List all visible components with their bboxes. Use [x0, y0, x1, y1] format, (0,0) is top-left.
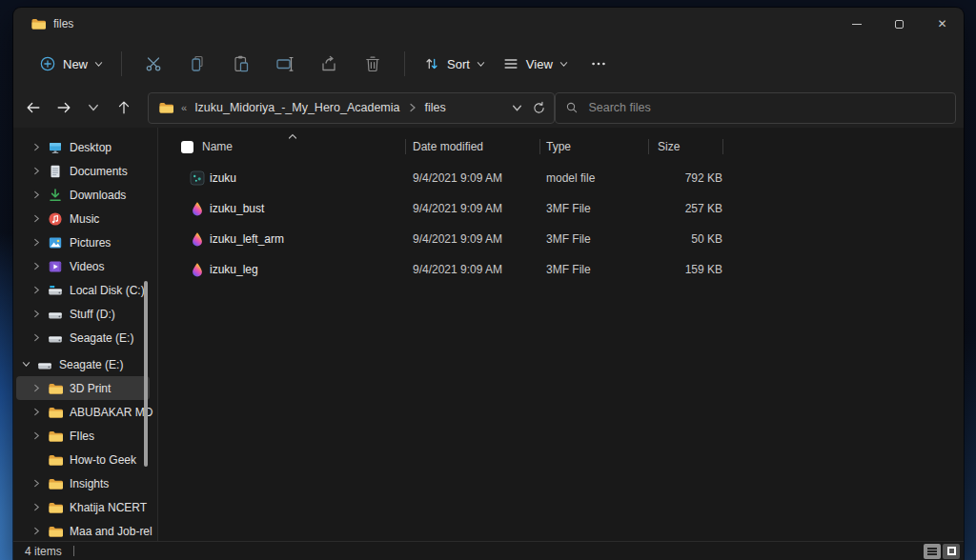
sidebar-item-label: Insights — [70, 477, 109, 490]
chevron-right-icon[interactable] — [32, 503, 41, 511]
sidebar-item-downloads[interactable]: Downloads — [16, 183, 150, 207]
file-row-izuku[interactable]: izuku 9/4/2021 9:09 AM model file 792 KB — [158, 163, 964, 193]
column-header-type[interactable]: Type — [546, 133, 571, 160]
search-input[interactable] — [588, 101, 946, 114]
music-icon — [48, 211, 63, 227]
sidebar-item-documents[interactable]: Documents — [16, 159, 150, 183]
3mf-file-icon — [190, 201, 205, 216]
address-bar[interactable]: « Izuku_Midoriya_-_My_Hero_Academia file… — [148, 92, 555, 124]
file-date-modified: 9/4/2021 9:09 AM — [413, 254, 502, 285]
column-divider[interactable] — [405, 139, 406, 154]
view-list-icon — [502, 55, 519, 72]
rename-button[interactable] — [263, 47, 307, 81]
sidebar-item-abubakar-md[interactable]: ABUBAKAR MD — [16, 400, 150, 424]
folder-icon — [48, 452, 63, 468]
breadcrumb-segment-current[interactable]: files — [423, 99, 448, 116]
folder-icon — [30, 16, 46, 31]
large-icons-view-button[interactable] — [943, 544, 960, 559]
sidebar-item-seagate-e[interactable]: Seagate (E:) — [16, 326, 150, 350]
paste-button[interactable] — [219, 47, 263, 81]
status-bar: 4 items — [13, 541, 964, 560]
breadcrumb-segment-parent[interactable]: Izuku_Midoriya_-_My_Hero_Academia — [193, 99, 401, 116]
chevron-right-icon[interactable] — [32, 262, 41, 270]
sidebar-scrollbar[interactable] — [144, 281, 148, 467]
chevron-right-icon[interactable] — [32, 333, 41, 342]
chevron-right-icon[interactable] — [32, 431, 41, 440]
rename-icon — [275, 54, 295, 73]
maximize-button[interactable] — [878, 8, 921, 40]
sidebar-item-files-folder[interactable]: FIles — [16, 424, 150, 448]
refresh-icon[interactable] — [532, 101, 546, 115]
sidebar-item-how-to-geek[interactable]: How-to Geek — [16, 448, 150, 471]
see-more-button[interactable] — [577, 47, 620, 81]
close-button[interactable]: ✕ — [921, 8, 964, 40]
cut-button[interactable] — [132, 47, 175, 81]
up-button[interactable] — [110, 93, 138, 122]
view-button[interactable]: View — [494, 47, 577, 81]
select-all-checkbox[interactable] — [181, 141, 193, 153]
column-header-name[interactable]: Name — [202, 133, 233, 160]
recent-locations-button[interactable] — [80, 93, 109, 122]
new-button[interactable]: New — [30, 47, 112, 81]
chevron-right-icon[interactable] — [32, 238, 41, 247]
search-box[interactable] — [555, 92, 956, 124]
items-count: 4 items — [25, 545, 62, 558]
sidebar-item-local-disk-c[interactable]: Local Disk (C:) — [16, 278, 150, 302]
sidebar-item-seagate-e-expanded[interactable]: Seagate (E:) — [16, 352, 150, 376]
minimize-button[interactable] — [835, 8, 878, 40]
file-row-izuku-left-arm[interactable]: izuku_left_arm 9/4/2021 9:09 AM 3MF File… — [158, 224, 964, 254]
arrow-up-icon — [115, 99, 132, 116]
sort-ascending-icon — [288, 133, 297, 140]
sidebar-item-videos[interactable]: Videos — [16, 254, 150, 278]
chevron-right-icon[interactable] — [32, 527, 41, 535]
chevron-right-icon[interactable] — [32, 384, 41, 392]
chevron-right-icon[interactable] — [32, 214, 41, 223]
chevron-right-icon[interactable] — [32, 286, 41, 294]
chevron-right-icon[interactable] — [32, 310, 41, 318]
file-list-pane: Name Date modified Type Size izuku 9/4/2… — [158, 128, 964, 541]
chevron-right-icon[interactable] — [32, 143, 41, 151]
sidebar-item-music[interactable]: Music — [16, 207, 150, 230]
column-header-date-modified[interactable]: Date modified — [413, 133, 483, 160]
sidebar-item-label: Khatija NCERT — [70, 501, 147, 514]
details-view-button[interactable] — [924, 544, 941, 559]
sort-button-label: Sort — [447, 57, 470, 71]
chevron-right-icon[interactable] — [32, 167, 41, 175]
desktop-icon — [48, 140, 63, 155]
toolbar-separator — [404, 51, 405, 76]
column-divider[interactable] — [539, 139, 540, 154]
sidebar-item-desktop[interactable]: Desktop — [16, 135, 150, 159]
arrow-left-icon — [25, 99, 42, 116]
column-divider[interactable] — [648, 139, 649, 154]
forward-button[interactable] — [50, 93, 78, 122]
share-button[interactable] — [307, 47, 351, 81]
file-row-izuku-bust[interactable]: izuku_bust 9/4/2021 9:09 AM 3MF File 257… — [158, 193, 964, 224]
sidebar-item-label: ABUBAKAR MD — [70, 406, 152, 419]
delete-button[interactable] — [351, 47, 395, 81]
sort-button[interactable]: Sort — [415, 47, 494, 81]
title-bar: files ✕ — [13, 8, 964, 40]
sidebar-item-insights[interactable]: Insights — [16, 471, 150, 495]
sidebar-item-label: How-to Geek — [70, 453, 136, 467]
column-header-size[interactable]: Size — [658, 133, 680, 160]
sidebar-item-maa-and-job-rel[interactable]: Maa and Job-rel — [16, 519, 150, 541]
file-type: 3MF File — [546, 193, 591, 224]
breadcrumb-overflow-indicator[interactable]: « — [181, 102, 187, 113]
plus-circle-icon — [39, 55, 56, 72]
chevron-right-icon[interactable] — [32, 408, 41, 416]
chevron-right-icon[interactable] — [32, 479, 41, 488]
chevron-right-icon[interactable] — [408, 103, 417, 112]
chevron-down-icon[interactable] — [22, 360, 30, 369]
file-row-izuku-leg[interactable]: izuku_leg 9/4/2021 9:09 AM 3MF File 159 … — [158, 254, 964, 285]
3mf-file-icon — [190, 231, 205, 247]
sidebar-item-3d-print[interactable]: 3D Print — [16, 376, 150, 400]
address-dropdown-chevron-icon[interactable] — [512, 103, 522, 113]
sidebar-item-khatija-ncert[interactable]: Khatija NCERT — [16, 495, 150, 519]
back-button[interactable] — [19, 93, 48, 122]
copy-button[interactable] — [175, 47, 219, 81]
column-divider[interactable] — [722, 139, 723, 154]
sidebar-item-pictures[interactable]: Pictures — [16, 230, 150, 254]
3mf-file-icon — [190, 262, 205, 277]
chevron-right-icon[interactable] — [32, 190, 41, 199]
sidebar-item-stuff-d[interactable]: Stuff (D:) — [16, 302, 150, 326]
